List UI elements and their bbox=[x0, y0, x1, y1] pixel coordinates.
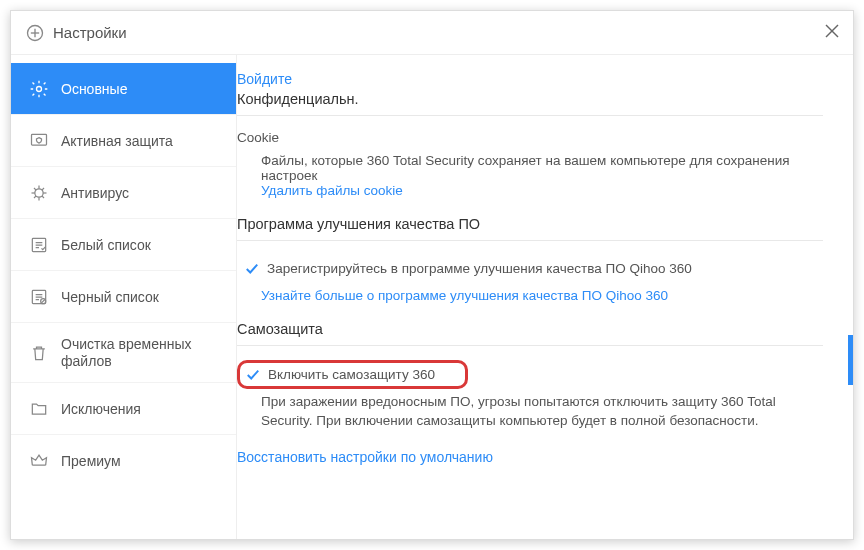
titlebar: Настройки bbox=[11, 11, 853, 55]
close-button[interactable] bbox=[825, 24, 839, 42]
program-checkbox-row[interactable]: Зарегистрируйтесь в программе улучшения … bbox=[237, 255, 823, 282]
svg-point-5 bbox=[37, 86, 42, 91]
sidebar-item-whitelist[interactable]: Белый список bbox=[11, 219, 236, 271]
list-block-icon bbox=[29, 287, 49, 307]
svg-line-15 bbox=[34, 195, 36, 197]
selfprotect-description: При заражении вредоносным ПО, угрозы поп… bbox=[237, 393, 823, 431]
svg-line-12 bbox=[34, 188, 36, 190]
sidebar-item-cleanup[interactable]: Очистка временных файлов bbox=[11, 323, 236, 383]
settings-window: Настройки Основные Активная защита Антив… bbox=[10, 10, 854, 540]
folder-icon bbox=[29, 399, 49, 419]
selfprotect-checkbox-row[interactable]: Включить самозащиту 360 bbox=[246, 367, 435, 382]
crown-icon bbox=[29, 451, 49, 471]
sidebar: Основные Активная защита Антивирус Белый… bbox=[11, 55, 237, 539]
sidebar-item-active-protection[interactable]: Активная защита bbox=[11, 115, 236, 167]
cookie-description: Файлы, которые 360 Total Security сохран… bbox=[261, 153, 823, 183]
sidebar-item-label: Активная защита bbox=[61, 133, 173, 149]
sidebar-item-label: Белый список bbox=[61, 237, 151, 253]
svg-line-14 bbox=[42, 188, 44, 190]
sidebar-item-label: Черный список bbox=[61, 289, 159, 305]
list-check-icon bbox=[29, 235, 49, 255]
divider bbox=[237, 115, 823, 116]
sidebar-item-exclusions[interactable]: Исключения bbox=[11, 383, 236, 435]
content-panel: Войдите Конфиденциальн. Cookie Файлы, ко… bbox=[237, 55, 853, 539]
sidebar-item-antivirus[interactable]: Антивирус bbox=[11, 167, 236, 219]
program-checkbox-label: Зарегистрируйтесь в программе улучшения … bbox=[267, 261, 692, 276]
scrollbar-thumb[interactable] bbox=[848, 335, 853, 385]
gear-icon bbox=[29, 79, 49, 99]
divider bbox=[237, 345, 823, 346]
sidebar-item-label: Основные bbox=[61, 81, 127, 97]
sidebar-item-general[interactable]: Основные bbox=[11, 63, 236, 115]
selfprotect-checkbox-label: Включить самозащиту 360 bbox=[268, 367, 435, 382]
virus-icon bbox=[29, 183, 49, 203]
sidebar-item-premium[interactable]: Премиум bbox=[11, 435, 236, 487]
privacy-title: Конфиденциальн. bbox=[237, 91, 823, 107]
highlight-callout: Включить самозащиту 360 bbox=[237, 360, 468, 389]
login-link[interactable]: Войдите bbox=[237, 71, 823, 87]
window-title: Настройки bbox=[53, 24, 127, 41]
checkbox-checked-icon[interactable] bbox=[246, 368, 260, 382]
cookie-subtitle: Cookie bbox=[237, 130, 823, 145]
delete-cookies-link[interactable]: Удалить файлы cookie bbox=[261, 183, 823, 198]
sidebar-item-label: Премиум bbox=[61, 453, 121, 469]
svg-line-19 bbox=[42, 299, 45, 302]
program-learn-more-link[interactable]: Узнайте больше о программе улучшения кач… bbox=[261, 288, 823, 303]
selfprotect-title: Самозащита bbox=[237, 321, 823, 337]
program-title: Программа улучшения качества ПО bbox=[237, 216, 823, 232]
checkbox-checked-icon[interactable] bbox=[245, 262, 259, 276]
sidebar-item-blacklist[interactable]: Черный список bbox=[11, 271, 236, 323]
sidebar-item-label: Антивирус bbox=[61, 185, 129, 201]
sidebar-item-label: Исключения bbox=[61, 401, 141, 417]
trash-icon bbox=[29, 343, 49, 363]
sidebar-item-label: Очистка временных файлов bbox=[61, 336, 218, 370]
svg-line-13 bbox=[42, 195, 44, 197]
app-icon bbox=[25, 23, 45, 43]
divider bbox=[237, 240, 823, 241]
restore-defaults-link[interactable]: Восстановить настройки по умолчанию bbox=[237, 449, 823, 465]
shield-monitor-icon bbox=[29, 131, 49, 151]
